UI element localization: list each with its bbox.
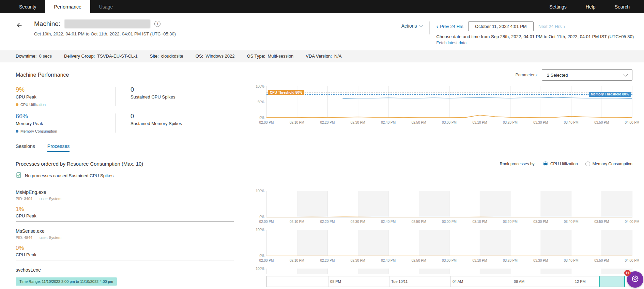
radio-unselected-icon bbox=[585, 162, 590, 166]
no-spikes-note: No processes caused Sustained CPU Spikes bbox=[16, 172, 632, 179]
no-spikes-note-text: No processes caused Sustained CPU Spikes bbox=[25, 173, 113, 178]
x-axis-label: 02:30 PM bbox=[351, 121, 365, 124]
rank-radio-cpu[interactable]: CPU Utilization bbox=[543, 162, 578, 166]
process-meta: PID: 4844 user: System bbox=[16, 235, 234, 240]
x-axis-label: 03:10 PM bbox=[473, 259, 487, 262]
parameters-select[interactable]: 2 Selected bbox=[542, 69, 632, 81]
process-row: MsMpEng.exe PID: 3404 user: System 1% CP… bbox=[16, 189, 632, 224]
info-label: OS: bbox=[196, 54, 203, 59]
memory-spikes-label: Sustained Memory Spikes bbox=[131, 121, 215, 126]
lifebuoy-icon bbox=[631, 275, 639, 284]
y-axis-label: 50% bbox=[253, 100, 264, 104]
x-axis-label: 03:00 PM bbox=[442, 259, 457, 262]
title-block: Machine: i Oct 10th, 2022, 04:01 PM to O… bbox=[34, 19, 176, 46]
process-info: MsMpEng.exe PID: 3404 user: System 1% CP… bbox=[16, 189, 234, 222]
nav-links: Settings Help Search bbox=[549, 0, 630, 13]
x-axis-label: 02:00 PM bbox=[259, 121, 274, 124]
info-icon[interactable]: i bbox=[154, 21, 160, 27]
process-cpu-peak-label: CPU Peak bbox=[16, 252, 234, 257]
info-item-downtime: Downtime: 0 secs bbox=[16, 54, 52, 59]
process-name: svchost.exe bbox=[16, 267, 234, 273]
help-link[interactable]: Help bbox=[586, 4, 596, 10]
tab-sessions[interactable]: Sessions bbox=[16, 143, 35, 152]
x-axis-label: 02:20 PM bbox=[320, 121, 335, 124]
x-axis-label: 03:50 PM bbox=[594, 259, 609, 262]
prev-24hrs-button[interactable]: ‹ Prev 24 Hrs bbox=[436, 24, 463, 29]
header-right: Actions ‹ Prev 24 Hrs Next 24 Hrs › Choo… bbox=[401, 19, 634, 46]
subtabs: Sessions Processes bbox=[16, 143, 632, 152]
info-value: cloudxdsite bbox=[161, 54, 183, 59]
x-axis-label: 02:00 PM bbox=[259, 259, 274, 262]
memory-spikes-value: 0 bbox=[131, 113, 215, 120]
memory-legend-dot bbox=[16, 130, 18, 133]
y-axis-label: 0% bbox=[253, 254, 264, 258]
info-label: Downtime: bbox=[16, 54, 36, 59]
process-user: user: System bbox=[40, 197, 61, 201]
x-axis-label: 02:30 PM bbox=[351, 259, 365, 262]
info-label: OS Type: bbox=[247, 54, 265, 59]
machine-info-strip: Downtime: 0 secs Delivery Group: TSVDA-E… bbox=[0, 50, 644, 62]
info-label: Delivery Group: bbox=[64, 54, 95, 59]
memory-peak-value: 66% bbox=[16, 113, 115, 120]
x-axis-label: 04:00 PM bbox=[625, 121, 640, 124]
info-item-delivery-group: Delivery Group: TSVDA-EU-ST-CL-1 bbox=[64, 54, 138, 59]
info-value: TSVDA-EU-ST-CL-1 bbox=[97, 54, 137, 59]
tab-usage[interactable]: Usage bbox=[90, 0, 122, 13]
datetime-input[interactable] bbox=[468, 21, 534, 31]
chevron-down-icon bbox=[624, 72, 628, 77]
timeline-tick-label: Tue 10/11 bbox=[389, 279, 408, 284]
actions-dropdown[interactable]: Actions bbox=[401, 23, 423, 29]
x-axis-label: 02:40 PM bbox=[381, 259, 396, 262]
chart-canvas bbox=[266, 191, 632, 217]
rank-radio-cpu-label: CPU Utilization bbox=[550, 162, 578, 166]
performance-stats: 9% CPU Peak CPU Utilization 0 Sustained … bbox=[16, 86, 234, 139]
meta-separator bbox=[36, 236, 36, 240]
parameters-label: Parameters: bbox=[516, 73, 538, 77]
tab-performance[interactable]: Performance bbox=[45, 0, 90, 13]
timeline-scrubber[interactable]: 08 PMTue 10/1104 AM08 AM12 PM bbox=[266, 276, 634, 287]
chevron-right-icon: › bbox=[564, 24, 566, 29]
rank-radio-memory[interactable]: Memory Consumption bbox=[585, 162, 632, 166]
fetch-latest-data-link[interactable]: Fetch latest data bbox=[436, 41, 467, 45]
info-value: N/A bbox=[334, 54, 342, 59]
report-check-icon bbox=[16, 172, 22, 179]
process-meta: PID: 3404 user: System bbox=[16, 197, 234, 201]
next-24hrs-button[interactable]: Next 24 Hrs › bbox=[538, 24, 565, 29]
x-axis-label: 03:50 PM bbox=[594, 220, 609, 224]
memory-legend-label: Memory Consumption bbox=[20, 129, 57, 133]
process-info: MsSense.exe PID: 4844 user: System 0% CP… bbox=[16, 228, 234, 260]
settings-link[interactable]: Settings bbox=[549, 4, 567, 10]
date-range-subtitle: Oct 10th, 2022, 04:01 PM to Oct 11th, 20… bbox=[34, 31, 176, 36]
x-axis-label: 03:30 PM bbox=[533, 121, 548, 124]
x-axis-label: 04:00 PM bbox=[625, 220, 640, 224]
timeline-selection[interactable] bbox=[599, 276, 625, 287]
rank-processes-label: Rank processes by: bbox=[500, 162, 536, 166]
info-label: VDA Version: bbox=[306, 54, 332, 59]
x-axis-label: 03:30 PM bbox=[533, 220, 548, 224]
top-nav: Security Performance Usage Settings Help… bbox=[0, 0, 644, 13]
x-axis-label: 03:10 PM bbox=[473, 121, 487, 124]
tab-processes[interactable]: Processes bbox=[47, 143, 70, 152]
cpu-spikes-value: 0 bbox=[131, 86, 215, 93]
info-item-vda-version: VDA Version: N/A bbox=[306, 54, 341, 59]
cpu-legend: CPU Utilization bbox=[16, 103, 115, 107]
x-axis-label: 03:50 PM bbox=[594, 121, 609, 124]
back-arrow-icon bbox=[16, 21, 23, 30]
info-value: 0 secs bbox=[39, 54, 52, 59]
back-button[interactable] bbox=[14, 21, 25, 31]
chart-canvas bbox=[266, 230, 632, 256]
y-axis-label: 100% bbox=[253, 189, 264, 193]
tab-security[interactable]: Security bbox=[10, 0, 45, 13]
y-axis-label: 100% bbox=[253, 267, 264, 271]
x-axis-label: 02:00 PM bbox=[259, 220, 274, 224]
prev-24hrs-label: Prev 24 Hrs bbox=[440, 24, 463, 29]
help-fab-button[interactable]: 11 bbox=[627, 271, 643, 288]
notification-badge: 11 bbox=[624, 270, 631, 276]
process-cpu-peak-value: 1% bbox=[16, 206, 234, 213]
header-divider bbox=[429, 21, 430, 34]
x-axis-label: 02:40 PM bbox=[381, 220, 396, 224]
time-range-badge: Time Range: 11/10/2022 2:00 pm to 11/10/… bbox=[16, 277, 117, 286]
process-cpu-peak-label: CPU Peak bbox=[16, 213, 234, 218]
search-link[interactable]: Search bbox=[615, 4, 630, 10]
choose-date-text: Choose date and time from Sep 28th, 2022… bbox=[436, 34, 634, 39]
